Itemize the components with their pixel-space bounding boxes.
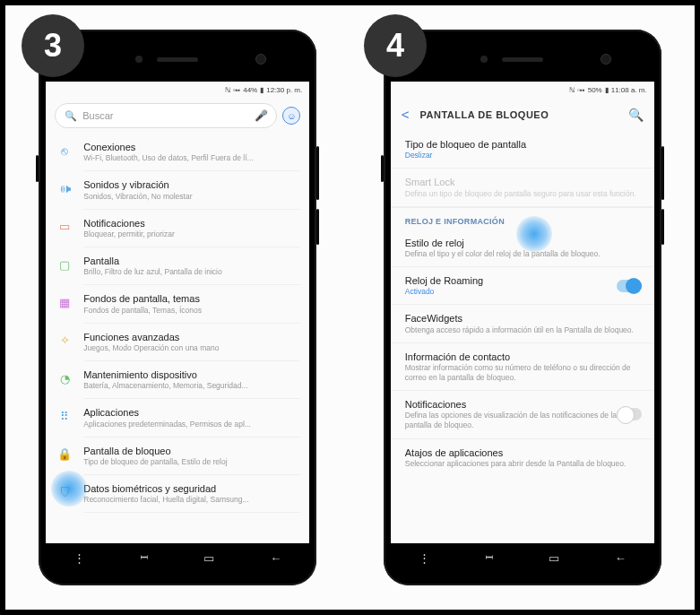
earpiece-speaker (502, 57, 543, 62)
step-badge-4: 4 (364, 14, 427, 77)
power-button (661, 209, 664, 245)
search-icon: 🔍 (65, 110, 77, 122)
tutorial-frame: 3 4 ℕ ▫▪▪ 44% ▮ 12:30 p. m. 🔍 Buscar (0, 0, 700, 615)
setting-contact-info[interactable]: Información de contacto Mostrar informac… (391, 343, 654, 391)
lockscreen-settings-screen: ℕ ▫▪▪ 50% ▮ 11:08 a. m. < PANTALLA DE BL… (391, 82, 654, 543)
battery-pct: 50% (588, 86, 602, 94)
notifications-toggle[interactable] (617, 408, 642, 420)
row-fondos[interactable]: ▦ Fondos de pantalla, temas Fondos de pa… (46, 285, 309, 323)
setting-smart-lock: Smart Lock Defina un tipo de bloqueo de … (391, 169, 654, 206)
battery-icon: ▮ (605, 86, 609, 94)
account-avatar-icon[interactable]: ☺ (282, 107, 300, 125)
biometrics-icon: ⛉ (55, 482, 74, 502)
nav-home-button[interactable]: ▭ (203, 551, 214, 565)
nav-menu-icon[interactable]: ⋮ (419, 551, 430, 565)
power-button (316, 209, 319, 245)
back-arrow-icon[interactable]: < (402, 107, 410, 122)
row-pantalla-bloqueo[interactable]: 🔒 Pantalla de bloqueo Tipo de bloqueo de… (46, 437, 309, 475)
phone-bezel-top (391, 37, 654, 82)
section-clock-info: RELOJ E INFORMACIÓN (391, 207, 654, 230)
row-mantenimiento[interactable]: ◔ Mantenimiento dispositivo Batería, Alm… (46, 361, 309, 399)
lockscreen-settings-list[interactable]: Tipo de bloqueo de pantalla Deslizar Sma… (391, 131, 654, 543)
roaming-clock-toggle[interactable] (617, 280, 642, 292)
bixby-button (381, 155, 384, 182)
front-camera (601, 54, 611, 65)
row-biometria[interactable]: ⛉ Datos biométricos y seguridad Reconoci… (46, 475, 309, 513)
row-pantalla[interactable]: ▢ Pantalla Brillo, Filtro de luz azul, P… (46, 247, 309, 285)
mic-icon[interactable]: 🎤 (255, 109, 267, 122)
android-navbar: ⋮ ⎶ ▭ ← (391, 543, 654, 572)
clock-text: 12:30 p. m. (266, 86, 302, 94)
search-icon[interactable]: 🔍 (628, 108, 644, 122)
wallpaper-icon: ▦ (55, 292, 74, 312)
connections-icon: ⎋ (55, 141, 74, 160)
nfc-icon: ℕ (225, 86, 230, 94)
display-icon: ▢ (55, 255, 74, 274)
advanced-icon: ✧ (55, 331, 74, 351)
phone-step-4: ℕ ▫▪▪ 50% ▮ 11:08 a. m. < PANTALLA DE BL… (384, 30, 661, 585)
nav-home-button[interactable]: ▭ (549, 551, 559, 565)
nav-back-button[interactable]: ← (270, 551, 281, 565)
front-camera (255, 54, 266, 65)
settings-screen: ℕ ▫▪▪ 44% ▮ 12:30 p. m. 🔍 Buscar 🎤 ☺ ⎋ (46, 82, 309, 543)
search-placeholder: Buscar (82, 110, 113, 121)
settings-list[interactable]: ⎋ Conexiones Wi-Fi, Bluetooth, Uso de da… (46, 134, 309, 543)
volume-button (316, 146, 319, 200)
battery-pct: 44% (243, 86, 257, 94)
nav-recents-button[interactable]: ⎶ (141, 551, 148, 565)
clock-text: 11:08 a. m. (611, 86, 647, 94)
row-notificaciones[interactable]: ▭ Notificaciones Bloquear, permitir, pri… (46, 210, 309, 247)
nav-recents-button[interactable]: ⎶ (486, 551, 493, 565)
row-funciones-avanzadas[interactable]: ✧ Funciones avanzadas Juegos, Modo Opera… (46, 324, 309, 361)
setting-lock-type[interactable]: Tipo de bloqueo de pantalla Deslizar (391, 131, 654, 169)
nav-menu-icon[interactable]: ⋮ (73, 551, 85, 565)
page-header: < PANTALLA DE BLOQUEO 🔍 (391, 98, 654, 131)
search-row: 🔍 Buscar 🎤 ☺ (46, 98, 309, 134)
android-navbar: ⋮ ⎶ ▭ ← (46, 543, 309, 572)
apps-icon: ⠿ (55, 406, 74, 426)
status-bar: ℕ ▫▪▪ 44% ▮ 12:30 p. m. (46, 82, 309, 98)
nav-back-button[interactable]: ← (615, 551, 627, 565)
maintenance-icon: ◔ (55, 368, 74, 388)
row-aplicaciones[interactable]: ⠿ Aplicaciones Aplicaciones predetermina… (46, 399, 309, 437)
bixby-button (36, 155, 39, 182)
setting-app-shortcuts[interactable]: Atajos de aplicaciones Seleccionar aplic… (391, 439, 654, 476)
step-badge-3: 3 (22, 14, 84, 77)
proximity-sensor (135, 56, 143, 63)
status-bar: ℕ ▫▪▪ 50% ▮ 11:08 a. m. (391, 82, 654, 98)
earpiece-speaker (157, 57, 198, 62)
notifications-icon: ▭ (55, 217, 74, 237)
volume-button (661, 146, 664, 200)
signal-icon: ▫▪▪ (577, 86, 585, 94)
phone-step-3: ℕ ▫▪▪ 44% ▮ 12:30 p. m. 🔍 Buscar 🎤 ☺ ⎋ (39, 30, 316, 585)
lockscreen-icon: 🔒 (55, 445, 74, 464)
proximity-sensor (480, 56, 488, 63)
page-title: PANTALLA DE BLOQUEO (420, 109, 618, 120)
row-sonidos[interactable]: 🕪 Sonidos y vibración Sonidos, Vibración… (46, 171, 309, 209)
sound-icon: 🕪 (55, 178, 74, 198)
battery-icon: ▮ (260, 86, 264, 94)
setting-facewidgets[interactable]: FaceWidgets Obtenga acceso rápido a info… (391, 305, 654, 342)
setting-roaming-clock[interactable]: Reloj de Roaming Activado (391, 267, 654, 305)
signal-icon: ▫▪▪ (233, 86, 241, 94)
row-conexiones[interactable]: ⎋ Conexiones Wi-Fi, Bluetooth, Uso de da… (46, 134, 309, 171)
nfc-icon: ℕ (569, 86, 575, 94)
phone-bezel-top (46, 37, 309, 82)
search-input[interactable]: 🔍 Buscar 🎤 (55, 103, 277, 128)
setting-clock-style[interactable]: Estilo de reloj Defina el tipo y el colo… (391, 230, 654, 267)
setting-notifications[interactable]: Notificaciones Defina las opciones de vi… (391, 391, 654, 438)
